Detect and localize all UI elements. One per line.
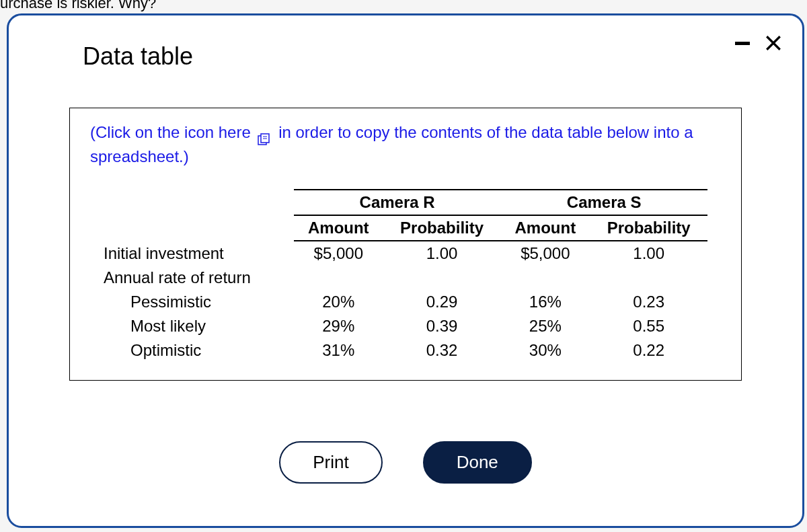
copy-icon[interactable]: [258, 128, 271, 140]
row-label: Most likely: [104, 314, 294, 338]
cell: 1.00: [590, 241, 707, 266]
modal-title: Data table: [83, 42, 769, 71]
table-row: Most likely 29% 0.39 25% 0.55: [104, 314, 707, 338]
table-row: Annual rate of return: [104, 266, 707, 290]
table-row: Pessimistic 20% 0.29 16% 0.23: [104, 290, 707, 314]
data-table: Camera R Camera S Amount Probability Amo…: [104, 189, 707, 363]
cell: 0.29: [383, 290, 501, 314]
table-group-header: Camera R Camera S: [104, 190, 707, 215]
col-prob-r: Probability: [383, 215, 501, 241]
group-camera-s: Camera S: [500, 190, 707, 215]
instruction-text: (Click on the icon here in order to copy…: [90, 120, 721, 169]
done-button[interactable]: Done: [423, 441, 532, 484]
data-table-modal: Data table (Click on the icon here in or…: [7, 13, 804, 528]
cell: 29%: [294, 314, 383, 338]
table-row: Optimistic 31% 0.32 30% 0.22: [104, 338, 707, 363]
col-prob-s: Probability: [590, 215, 707, 241]
cell: $5,000: [294, 241, 383, 266]
col-amount-s: Amount: [500, 215, 590, 241]
cell: 25%: [500, 314, 590, 338]
cell: 31%: [294, 338, 383, 363]
table-sub-header: Amount Probability Amount Probability: [104, 215, 707, 241]
row-label: Annual rate of return: [104, 266, 294, 290]
minimize-icon[interactable]: [735, 42, 750, 45]
table-row: Initial investment $5,000 1.00 $5,000 1.…: [104, 241, 707, 266]
background-text: urchase is riskier. Why?: [0, 0, 156, 12]
row-label: Optimistic: [104, 338, 294, 363]
close-icon[interactable]: [765, 34, 782, 52]
window-controls: [735, 34, 782, 52]
print-button[interactable]: Print: [279, 441, 382, 484]
group-camera-r: Camera R: [294, 190, 501, 215]
cell: 1.00: [383, 241, 501, 266]
row-label: Initial investment: [104, 241, 294, 266]
button-row: Print Done: [42, 441, 769, 484]
row-label: Pessimistic: [104, 290, 294, 314]
cell: 0.55: [590, 314, 707, 338]
cell: $5,000: [500, 241, 590, 266]
cell: 0.39: [383, 314, 501, 338]
cell: 0.22: [590, 338, 707, 363]
cell: 0.32: [383, 338, 501, 363]
content-box: (Click on the icon here in order to copy…: [69, 108, 742, 381]
cell: 30%: [500, 338, 590, 363]
cell: 20%: [294, 290, 383, 314]
cell: 0.23: [590, 290, 707, 314]
cell: 16%: [500, 290, 590, 314]
col-amount-r: Amount: [294, 215, 383, 241]
instruction-prefix: (Click on the icon here: [90, 123, 251, 141]
